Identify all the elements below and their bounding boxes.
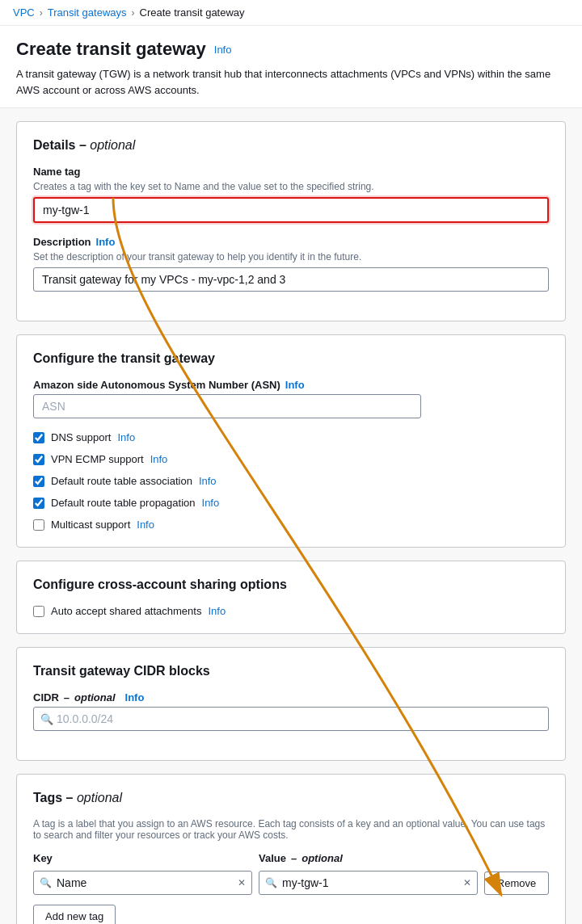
remove-tag-button[interactable]: Remove xyxy=(484,872,549,895)
vpn-ecmp-label: VPN ECMP support xyxy=(51,453,144,465)
vpn-ecmp-checkbox[interactable] xyxy=(33,454,44,465)
auto-accept-info-link[interactable]: Info xyxy=(208,605,226,617)
tag-value-input[interactable] xyxy=(259,871,478,895)
multicast-row: Multicast support Info xyxy=(33,519,549,531)
name-tag-field: Name tag Creates a tag with the key set … xyxy=(33,166,549,223)
asn-label: Amazon side Autonomous System Number (AS… xyxy=(33,379,549,391)
cross-account-section: Configure cross-account sharing options … xyxy=(16,561,566,634)
route-assoc-label: Default route table association xyxy=(51,475,192,487)
main-content: Details – optional Name tag Creates a ta… xyxy=(0,108,582,924)
description-input[interactable] xyxy=(33,267,549,292)
auto-accept-label: Auto accept shared attachments xyxy=(51,605,201,617)
page-info-link[interactable]: Info xyxy=(214,44,232,56)
route-prop-row: Default route table propagation Info xyxy=(33,497,549,509)
cidr-input-wrapper: 🔍 xyxy=(33,707,549,731)
name-tag-input[interactable] xyxy=(33,197,549,223)
cidr-input[interactable] xyxy=(33,707,549,731)
tags-key-header: Key xyxy=(33,852,252,864)
tag-value-clear-icon[interactable]: ✕ xyxy=(463,877,471,888)
description-info-link[interactable]: Info xyxy=(96,236,116,248)
breadcrumb-current: Create transit gateway xyxy=(140,6,245,19)
details-title: Details – optional xyxy=(33,138,549,153)
tags-value-header: Value – optional xyxy=(259,852,478,864)
cidr-title: Transit gateway CIDR blocks xyxy=(33,664,549,678)
description-label: Description Info xyxy=(33,236,549,248)
tags-action-header xyxy=(484,852,549,864)
details-section: Details – optional Name tag Creates a ta… xyxy=(16,121,566,321)
tags-table: Key Value – optional 🔍 ✕ 🔍 ✕ Remove xyxy=(33,852,549,895)
tag-key-input[interactable] xyxy=(33,871,252,895)
name-tag-label: Name tag xyxy=(33,166,549,178)
tags-title: Tags – optional xyxy=(33,791,549,805)
tags-description: A tag is a label that you assign to an A… xyxy=(33,818,549,841)
breadcrumb-vpc[interactable]: VPC xyxy=(13,6,35,19)
page-title: Create transit gateway xyxy=(16,39,206,60)
multicast-label: Multicast support xyxy=(51,519,130,531)
route-prop-label: Default route table propagation xyxy=(51,497,196,509)
tag-value-wrapper: 🔍 ✕ xyxy=(259,871,478,895)
asn-info-link[interactable]: Info xyxy=(285,379,305,391)
multicast-info-link[interactable]: Info xyxy=(137,519,154,531)
breadcrumb-sep-1: › xyxy=(40,7,43,19)
configure-title: Configure the transit gateway xyxy=(33,351,549,366)
auto-accept-row: Auto accept shared attachments Info xyxy=(33,605,549,617)
route-assoc-info-link[interactable]: Info xyxy=(199,475,217,487)
cidr-section: Transit gateway CIDR blocks CIDR – optio… xyxy=(16,647,566,761)
page-header: Create transit gateway Info A transit ga… xyxy=(0,26,582,108)
breadcrumb: VPC › Transit gateways › Create transit … xyxy=(0,0,582,26)
vpn-info-link[interactable]: Info xyxy=(150,453,168,465)
tag-row: 🔍 ✕ 🔍 ✕ Remove xyxy=(33,871,549,895)
dns-support-checkbox[interactable] xyxy=(33,432,44,443)
tags-header: Key Value – optional xyxy=(33,852,549,864)
add-new-tag-button[interactable]: Add new tag xyxy=(33,905,116,924)
tag-key-clear-icon[interactable]: ✕ xyxy=(238,877,246,888)
cidr-field: CIDR – optional Info 🔍 xyxy=(33,691,549,731)
breadcrumb-sep-2: › xyxy=(132,7,135,19)
tags-section: Tags – optional A tag is a label that yo… xyxy=(16,774,566,924)
dns-support-row: DNS support Info xyxy=(33,431,549,443)
cidr-search-icon: 🔍 xyxy=(40,713,53,725)
tag-value-search-icon: 🔍 xyxy=(265,877,277,888)
route-prop-checkbox[interactable] xyxy=(33,498,44,509)
route-assoc-row: Default route table association Info xyxy=(33,475,549,487)
vpn-ecmp-row: VPN ECMP support Info xyxy=(33,453,549,465)
cidr-label: CIDR – optional Info xyxy=(33,691,549,704)
asn-field: Amazon side Autonomous System Number (AS… xyxy=(33,379,549,418)
auto-accept-checkbox[interactable] xyxy=(33,606,44,617)
page-description: A transit gateway (TGW) is a network tra… xyxy=(16,66,566,98)
asn-input[interactable] xyxy=(33,394,421,418)
configure-section: Configure the transit gateway Amazon sid… xyxy=(16,334,566,548)
tag-key-search-icon: 🔍 xyxy=(40,877,52,888)
multicast-checkbox[interactable] xyxy=(33,519,44,531)
dns-info-link[interactable]: Info xyxy=(117,431,135,443)
route-assoc-checkbox[interactable] xyxy=(33,476,44,487)
cross-account-title: Configure cross-account sharing options xyxy=(33,578,549,592)
dns-support-label: DNS support xyxy=(51,431,111,443)
description-hint: Set the description of your transit gate… xyxy=(33,251,549,262)
route-prop-info-link[interactable]: Info xyxy=(202,497,220,509)
cidr-info-link[interactable]: Info xyxy=(125,691,145,704)
breadcrumb-transit-gateways[interactable]: Transit gateways xyxy=(48,6,127,19)
description-field: Description Info Set the description of … xyxy=(33,236,549,292)
name-tag-hint: Creates a tag with the key set to Name a… xyxy=(33,181,549,192)
tag-key-wrapper: 🔍 ✕ xyxy=(33,871,252,895)
